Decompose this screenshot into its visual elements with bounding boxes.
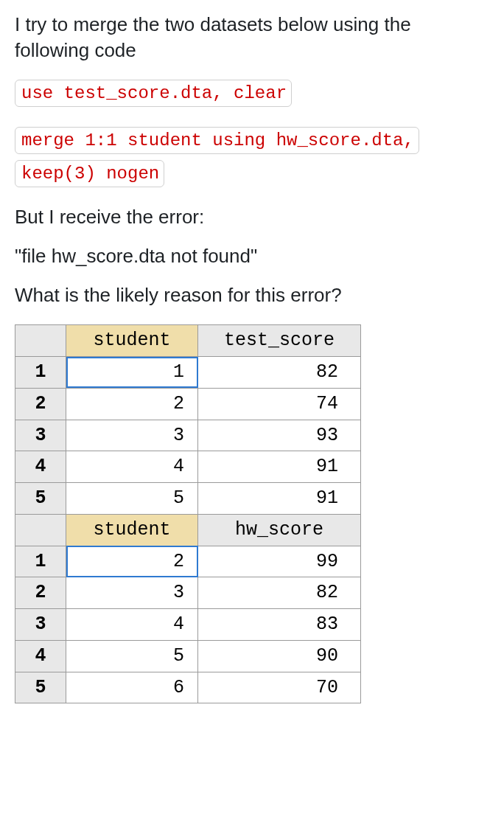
cell-student: 4 (66, 609, 198, 641)
cell-student: 1 (66, 357, 198, 389)
error-intro: But I receive the error: (15, 204, 489, 230)
col-header-student: student (66, 514, 198, 546)
row-number: 1 (15, 546, 66, 577)
cell-value: 99 (198, 546, 361, 577)
row-number: 4 (15, 640, 66, 672)
table-test-score: student test_score 1 1 82 2 2 74 3 3 93 … (15, 324, 489, 515)
cell-value: 83 (198, 609, 361, 641)
row-number: 3 (15, 420, 66, 451)
cell-value: 74 (198, 388, 361, 420)
code-line-merge: merge 1:1 student using hw_score.dta, ke… (15, 127, 419, 188)
cell-student: 5 (66, 483, 198, 515)
table-row: 3 4 83 (15, 609, 361, 641)
col-header-test-score: test_score (198, 325, 361, 357)
cell-student: 3 (66, 420, 198, 451)
question-text: What is the likely reason for this error… (15, 282, 489, 308)
table-row: 3 3 93 (15, 420, 361, 451)
cell-student: 5 (66, 640, 198, 672)
cell-student: 3 (66, 577, 198, 609)
rownum-header (15, 325, 66, 357)
table-row: 2 2 74 (15, 388, 361, 420)
row-number: 5 (15, 672, 66, 703)
table-row: 4 4 91 (15, 451, 361, 483)
cell-value: 82 (198, 357, 361, 389)
row-number: 2 (15, 388, 66, 420)
cell-value: 90 (198, 640, 361, 672)
row-number: 5 (15, 483, 66, 515)
table-row: 1 2 99 (15, 546, 361, 577)
table-row: 1 1 82 (15, 357, 361, 389)
code-block-2: merge 1:1 student using hw_score.dta, ke… (15, 124, 489, 191)
row-number: 3 (15, 609, 66, 641)
table-row: 2 3 82 (15, 577, 361, 609)
error-message: "file hw_score.dta not found" (15, 243, 489, 269)
table-row: 5 5 91 (15, 483, 361, 515)
table-row: 5 6 70 (15, 672, 361, 703)
cell-student: 4 (66, 451, 198, 483)
cell-student: 6 (66, 672, 198, 703)
code-block-1: use test_score.dta, clear (15, 77, 489, 111)
row-number: 4 (15, 451, 66, 483)
cell-value: 93 (198, 420, 361, 451)
cell-value: 91 (198, 483, 361, 515)
cell-value: 82 (198, 577, 361, 609)
table-hw-score: student hw_score 1 2 99 2 3 82 3 4 83 4 … (15, 514, 489, 704)
cell-value: 91 (198, 451, 361, 483)
intro-paragraph: I try to merge the two datasets below us… (15, 12, 489, 63)
cell-student: 2 (66, 546, 198, 577)
cell-value: 70 (198, 672, 361, 703)
row-number: 1 (15, 357, 66, 389)
col-header-student: student (66, 325, 198, 357)
table-row: 4 5 90 (15, 640, 361, 672)
code-line-use: use test_score.dta, clear (15, 80, 292, 107)
rownum-header (15, 514, 66, 546)
col-header-hw-score: hw_score (198, 514, 361, 546)
row-number: 2 (15, 577, 66, 609)
cell-student: 2 (66, 388, 198, 420)
